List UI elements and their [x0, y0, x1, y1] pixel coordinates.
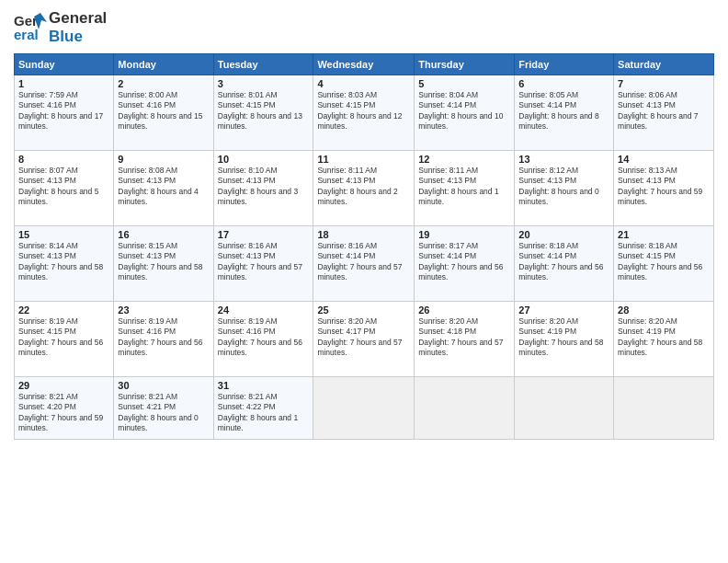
calendar-cell: 20 Sunrise: 8:18 AM Sunset: 4:14 PM Dayl… — [515, 226, 614, 302]
day-info: Sunrise: 8:19 AM Sunset: 4:16 PM Dayligh… — [118, 316, 209, 359]
day-info: Sunrise: 8:21 AM Sunset: 4:21 PM Dayligh… — [118, 392, 209, 434]
day-info: Sunrise: 8:05 AM Sunset: 4:14 PM Dayligh… — [518, 90, 609, 132]
day-number: 30 — [118, 380, 209, 391]
day-number: 25 — [317, 304, 410, 316]
calendar-week-1: 1 Sunrise: 7:59 AM Sunset: 4:16 PM Dayli… — [15, 75, 714, 151]
calendar-cell: 26 Sunrise: 8:20 AM Sunset: 4:18 PM Dayl… — [415, 302, 515, 377]
day-number: 12 — [418, 154, 510, 165]
logo: Gen eral General Blue — [14, 9, 107, 46]
svg-text:eral: eral — [14, 27, 39, 42]
day-info: Sunrise: 8:07 AM Sunset: 4:13 PM Dayligh… — [18, 166, 109, 208]
calendar-cell: 11 Sunrise: 8:11 AM Sunset: 4:13 PM Dayl… — [313, 151, 415, 226]
day-number: 27 — [518, 304, 609, 316]
logo-svg: Gen eral — [14, 9, 47, 46]
day-info: Sunrise: 8:17 AM Sunset: 4:14 PM Dayligh… — [418, 241, 510, 283]
day-info: Sunrise: 8:12 AM Sunset: 4:13 PM Dayligh… — [518, 166, 609, 208]
col-header-friday: Friday — [515, 54, 614, 75]
calendar-cell: 23 Sunrise: 8:19 AM Sunset: 4:16 PM Dayl… — [114, 302, 213, 377]
calendar-cell: 18 Sunrise: 8:16 AM Sunset: 4:14 PM Dayl… — [313, 226, 415, 302]
calendar-cell: 30 Sunrise: 8:21 AM Sunset: 4:21 PM Dayl… — [114, 377, 213, 440]
logo-icon-area: Gen eral — [14, 9, 47, 46]
col-header-tuesday: Tuesday — [213, 54, 313, 75]
calendar-cell: 10 Sunrise: 8:10 AM Sunset: 4:13 PM Dayl… — [213, 151, 313, 226]
day-info: Sunrise: 8:08 AM Sunset: 4:13 PM Dayligh… — [118, 166, 209, 208]
calendar-cell: 27 Sunrise: 8:20 AM Sunset: 4:19 PM Dayl… — [515, 302, 614, 377]
calendar-cell: 2 Sunrise: 8:00 AM Sunset: 4:16 PM Dayli… — [114, 75, 213, 151]
calendar-cell: 13 Sunrise: 8:12 AM Sunset: 4:13 PM Dayl… — [515, 151, 614, 226]
day-info: Sunrise: 8:19 AM Sunset: 4:16 PM Dayligh… — [218, 316, 310, 359]
logo-blue: Blue — [49, 28, 107, 46]
day-info: Sunrise: 8:11 AM Sunset: 4:13 PM Dayligh… — [418, 166, 510, 208]
calendar-header-row: SundayMondayTuesdayWednesdayThursdayFrid… — [15, 54, 714, 75]
col-header-monday: Monday — [114, 54, 213, 75]
day-info: Sunrise: 8:11 AM Sunset: 4:13 PM Dayligh… — [317, 166, 410, 208]
day-info: Sunrise: 8:06 AM Sunset: 4:13 PM Dayligh… — [618, 90, 710, 132]
calendar-cell: 12 Sunrise: 8:11 AM Sunset: 4:13 PM Dayl… — [415, 151, 515, 226]
logo-general: General — [49, 9, 107, 28]
day-info: Sunrise: 8:20 AM Sunset: 4:17 PM Dayligh… — [317, 316, 410, 359]
day-info: Sunrise: 8:03 AM Sunset: 4:15 PM Dayligh… — [317, 90, 410, 132]
calendar-week-4: 22 Sunrise: 8:19 AM Sunset: 4:15 PM Dayl… — [15, 302, 714, 377]
logo-wordmark: General Blue — [49, 9, 107, 45]
day-number: 13 — [518, 154, 609, 165]
day-info: Sunrise: 8:18 AM Sunset: 4:15 PM Dayligh… — [618, 241, 710, 283]
calendar-cell: 7 Sunrise: 8:06 AM Sunset: 4:13 PM Dayli… — [614, 75, 714, 151]
calendar-week-3: 15 Sunrise: 8:14 AM Sunset: 4:13 PM Dayl… — [15, 226, 714, 302]
logo-container: Gen eral General Blue — [14, 9, 107, 46]
col-header-sunday: Sunday — [15, 54, 114, 75]
day-number: 14 — [618, 154, 710, 165]
day-info: Sunrise: 8:16 AM Sunset: 4:14 PM Dayligh… — [317, 241, 410, 283]
day-number: 29 — [18, 380, 109, 391]
calendar-cell: 1 Sunrise: 7:59 AM Sunset: 4:16 PM Dayli… — [15, 75, 114, 151]
day-number: 7 — [618, 78, 710, 89]
day-info: Sunrise: 8:19 AM Sunset: 4:15 PM Dayligh… — [18, 316, 109, 359]
day-info: Sunrise: 8:04 AM Sunset: 4:14 PM Dayligh… — [418, 90, 510, 132]
day-info: Sunrise: 8:21 AM Sunset: 4:22 PM Dayligh… — [218, 392, 310, 434]
calendar-cell: 19 Sunrise: 8:17 AM Sunset: 4:14 PM Dayl… — [415, 226, 515, 302]
day-info: Sunrise: 8:21 AM Sunset: 4:20 PM Dayligh… — [18, 392, 109, 434]
calendar-cell: 6 Sunrise: 8:05 AM Sunset: 4:14 PM Dayli… — [515, 75, 614, 151]
day-number: 23 — [118, 304, 209, 316]
calendar-page: Gen eral General Blue SundayMondayTuesda… — [0, 0, 728, 563]
day-number: 11 — [317, 154, 410, 165]
day-number: 18 — [317, 229, 410, 240]
day-info: Sunrise: 8:14 AM Sunset: 4:13 PM Dayligh… — [18, 241, 109, 283]
calendar-cell: 29 Sunrise: 8:21 AM Sunset: 4:20 PM Dayl… — [15, 377, 114, 440]
calendar-cell — [614, 377, 714, 440]
day-number: 4 — [317, 78, 410, 89]
calendar-cell: 4 Sunrise: 8:03 AM Sunset: 4:15 PM Dayli… — [313, 75, 415, 151]
calendar-cell: 15 Sunrise: 8:14 AM Sunset: 4:13 PM Dayl… — [15, 226, 114, 302]
col-header-wednesday: Wednesday — [313, 54, 415, 75]
day-number: 8 — [18, 154, 109, 165]
calendar-cell: 5 Sunrise: 8:04 AM Sunset: 4:14 PM Dayli… — [415, 75, 515, 151]
day-number: 26 — [418, 304, 510, 316]
day-number: 17 — [218, 229, 310, 240]
calendar-week-2: 8 Sunrise: 8:07 AM Sunset: 4:13 PM Dayli… — [15, 151, 714, 226]
day-number: 6 — [518, 78, 609, 89]
day-number: 16 — [118, 229, 209, 240]
calendar-cell: 25 Sunrise: 8:20 AM Sunset: 4:17 PM Dayl… — [313, 302, 415, 377]
calendar-cell: 21 Sunrise: 8:18 AM Sunset: 4:15 PM Dayl… — [614, 226, 714, 302]
calendar-cell: 22 Sunrise: 8:19 AM Sunset: 4:15 PM Dayl… — [15, 302, 114, 377]
day-info: Sunrise: 8:16 AM Sunset: 4:13 PM Dayligh… — [218, 241, 310, 283]
day-info: Sunrise: 8:20 AM Sunset: 4:18 PM Dayligh… — [418, 316, 510, 359]
day-info: Sunrise: 8:18 AM Sunset: 4:14 PM Dayligh… — [518, 241, 609, 283]
day-number: 20 — [518, 229, 609, 240]
day-number: 24 — [218, 304, 310, 316]
day-number: 21 — [618, 229, 710, 240]
day-number: 31 — [218, 380, 310, 391]
header: Gen eral General Blue — [14, 9, 714, 46]
day-number: 1 — [18, 78, 109, 89]
calendar-cell: 14 Sunrise: 8:13 AM Sunset: 4:13 PM Dayl… — [614, 151, 714, 226]
calendar-week-5: 29 Sunrise: 8:21 AM Sunset: 4:20 PM Dayl… — [15, 377, 714, 440]
calendar-cell — [313, 377, 415, 440]
day-info: Sunrise: 8:01 AM Sunset: 4:15 PM Dayligh… — [218, 90, 310, 132]
calendar-cell: 28 Sunrise: 8:20 AM Sunset: 4:19 PM Dayl… — [614, 302, 714, 377]
calendar-table: SundayMondayTuesdayWednesdayThursdayFrid… — [14, 53, 714, 440]
calendar-cell: 17 Sunrise: 8:16 AM Sunset: 4:13 PM Dayl… — [213, 226, 313, 302]
calendar-cell: 24 Sunrise: 8:19 AM Sunset: 4:16 PM Dayl… — [213, 302, 313, 377]
day-number: 2 — [118, 78, 209, 89]
day-number: 3 — [218, 78, 310, 89]
calendar-cell: 31 Sunrise: 8:21 AM Sunset: 4:22 PM Dayl… — [213, 377, 313, 440]
day-info: Sunrise: 8:13 AM Sunset: 4:13 PM Dayligh… — [618, 166, 710, 208]
